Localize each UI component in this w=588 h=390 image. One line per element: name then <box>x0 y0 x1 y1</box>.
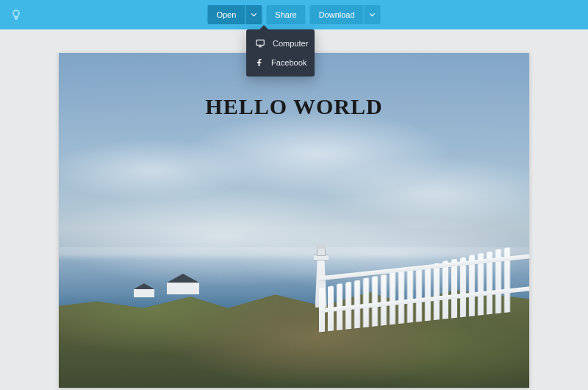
download-button[interactable]: Download <box>310 5 364 24</box>
fence-picket <box>425 264 431 321</box>
open-menu-item-facebook[interactable]: Facebook <box>246 53 315 72</box>
open-button-group: Open <box>207 5 262 24</box>
fence-picket <box>372 276 378 327</box>
canvas-headline-text[interactable]: HELLO WORLD <box>59 94 529 119</box>
menu-item-label: Facebook <box>271 58 306 67</box>
open-menu: Computer Facebook <box>246 29 315 77</box>
fence-picket <box>398 270 404 324</box>
share-button[interactable]: Share <box>266 5 305 24</box>
fence-picket <box>434 263 440 320</box>
open-menu-item-computer[interactable]: Computer <box>246 34 315 53</box>
fence-picket <box>416 266 422 322</box>
monitor-icon <box>255 38 265 49</box>
facebook-icon <box>255 57 264 68</box>
svg-rect-0 <box>257 40 265 45</box>
fence-picket <box>451 259 457 319</box>
chevron-down-icon <box>251 12 257 18</box>
editor-stage: HELLO WORLD <box>0 29 588 390</box>
open-button[interactable]: Open <box>207 5 245 24</box>
fence-picket <box>381 274 387 325</box>
brand-area <box>0 0 22 29</box>
open-dropdown-toggle[interactable] <box>245 5 262 24</box>
canvas-image[interactable]: HELLO WORLD <box>59 53 529 388</box>
lightbulb-icon <box>10 9 22 21</box>
house-small <box>134 284 154 297</box>
fence-picket <box>460 257 466 317</box>
chevron-down-icon <box>370 12 376 18</box>
topbar: Open Share Download <box>0 0 588 29</box>
fence-picket <box>407 269 413 323</box>
toolbar: Open Share Download <box>207 0 380 29</box>
fence-picket <box>390 272 395 325</box>
menu-item-label: Computer <box>273 39 308 48</box>
download-dropdown-toggle[interactable] <box>365 5 381 24</box>
house-large <box>167 275 199 294</box>
download-button-group: Download <box>310 5 381 24</box>
fence-picket <box>442 260 448 319</box>
